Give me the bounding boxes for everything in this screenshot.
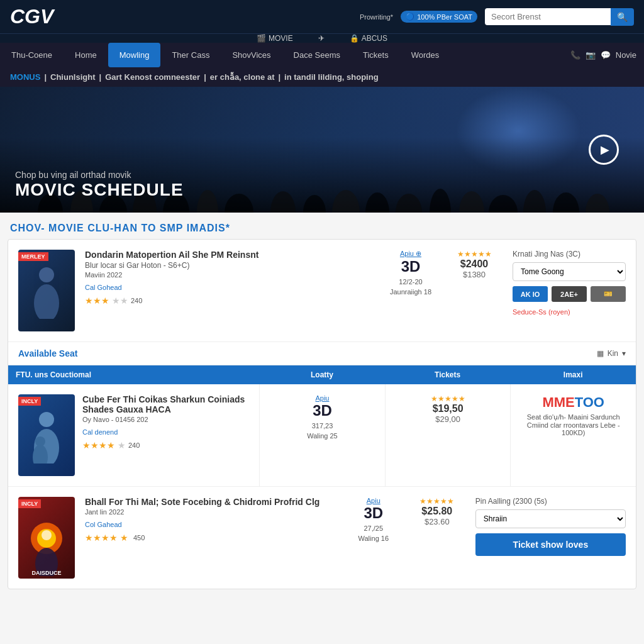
stars-1: ★★★ [85, 296, 109, 306]
movie-title-2: Cube Fer Thi Coikas Sharkun Coiniads Sha… [82, 394, 249, 414]
format-date-2: 317,23 [270, 422, 375, 430]
stars-gray-2: ★ [118, 440, 126, 450]
action-buttons-1: AK IO 2AE+ 🎫 [513, 286, 626, 302]
movie-poster-3: INCLY DAISDUCE [18, 497, 75, 579]
movie-poster-2: INCLY [18, 394, 75, 476]
lock-icon: 🔒 [350, 34, 359, 43]
svg-point-9 [332, 190, 360, 213]
format-label-1[interactable]: Apiu ⊕ [386, 250, 436, 258]
movie-title-3: Bhall For Thi Mal; Sote Focebing & Chidr… [85, 497, 338, 507]
nav-dace-seems[interactable]: Dace Seems [282, 43, 352, 67]
table-col-0: FTU. uns Couctiomal [8, 365, 259, 384]
movies-container: MERLEY Dondarin Matopertion Ail She PM R… [8, 239, 636, 589]
camera-icon: 📷 [586, 50, 596, 60]
flight-icon: ✈ [318, 34, 325, 43]
stars-3: ★★★★ [85, 533, 118, 543]
ticket-show-loves-button[interactable]: Ticket show loves [475, 533, 626, 556]
svg-point-18 [39, 267, 54, 282]
movie-price-3: ★★★★★ $25.80 $23.60 [409, 497, 465, 579]
movie-link-3[interactable]: Col Gahead [85, 521, 122, 528]
price-main-3: $25.80 [409, 506, 465, 517]
format-badge-1: 3D [386, 258, 436, 275]
movie-imax-2: MME TOO Seat dio'ụ/h- Maaini Sardunch Cm… [510, 384, 636, 486]
hero-play[interactable] [589, 135, 619, 165]
poster-badge-2: INCLY [18, 397, 41, 406]
breadcrumb-root[interactable]: MONUS [10, 72, 40, 82]
imax-label-2: MME TOO [521, 394, 626, 411]
logo: CGV [10, 5, 53, 28]
movie-card-1: MERLEY Dondarin Matopertion Ail She PM R… [8, 240, 636, 342]
svg-point-7 [270, 191, 296, 213]
btn-ak-io-1[interactable]: AK IO [513, 286, 548, 302]
svg-point-13 [459, 191, 484, 213]
movie-card-3: INCLY DAISDUCE Bhall For Thi Mal; Sote F… [8, 487, 636, 589]
search-button[interactable]: 🔍 [611, 8, 634, 26]
price-sub-1: $1380 [446, 270, 502, 279]
nav-movie[interactable]: 🎬 MOVIE [257, 34, 293, 43]
hero-title: MOVIC SCHEDULE [15, 180, 184, 200]
movie-link-2[interactable]: Cal denend [82, 428, 118, 436]
price-stars-3: ★★★★★ [409, 497, 465, 506]
price-main-1: $2400 [446, 258, 502, 270]
table-col-1: Loatty [259, 365, 385, 384]
nav-tickets[interactable]: Tickets [352, 43, 400, 67]
play-button[interactable] [589, 135, 619, 165]
movie-link-1[interactable]: Cal Gohead [85, 284, 122, 291]
svg-point-15 [523, 190, 546, 213]
hero-banner: Chop bu ving ail orthad movik MOVIC SCHE… [0, 87, 644, 213]
svg-point-17 [586, 194, 609, 213]
svg-point-19 [34, 284, 59, 319]
nav-right: 📞 📷 💬 Novie [570, 50, 644, 60]
nav-abcus[interactable]: 🔒 ABCUS [350, 34, 387, 43]
movie-format-2: Apiu 3D 317,23 Waling 25 [259, 384, 385, 486]
format-label-3[interactable]: Apiu [348, 497, 399, 504]
main-nav: Thu-Coene Home Mowling Ther Cass ShovVic… [0, 43, 644, 67]
available-seat-header: Available Seat ▦ Kin ▾ [8, 342, 636, 365]
search-input[interactable] [485, 8, 611, 25]
price-stars-1: ★★★★★ [446, 250, 502, 258]
nav-wordes[interactable]: Wordes [400, 43, 451, 67]
format-badge-3: 3D [348, 504, 399, 522]
stars-gray-1: ★★ [112, 296, 128, 306]
movie-date-3: Jant lin 2022 [85, 508, 338, 516]
hero-content: Chop bu ving ail orthad movik MOVIC SCHE… [0, 157, 199, 213]
format-date-3: 27,/25 [348, 525, 399, 532]
poster-badge-1: MERLEY [18, 252, 48, 261]
action-link-1[interactable]: Seduce-Ss (royen) [513, 307, 626, 316]
movie-price-2: ★★★★★ $19,50 $29,00 [385, 384, 511, 486]
format-waiting-2: Waling 25 [270, 432, 375, 440]
nav-ther-cass[interactable]: Ther Cass [160, 43, 221, 67]
svg-point-12 [430, 189, 451, 213]
grid-icon: ▦ [597, 349, 604, 358]
chat-icon: 💬 [601, 50, 611, 60]
poster-badge-3: INCLY [18, 499, 41, 508]
movie-info-2: Cube Fer Thi Coikas Sharkun Coiniads Sha… [82, 394, 249, 450]
rating-count-3: 450 [133, 534, 145, 541]
btn-icon-1[interactable]: 🎫 [591, 286, 626, 302]
movie-price-1: ★★★★★ $2400 $1380 [446, 250, 502, 331]
movie-format-1: Apiu ⊕ 3D 12/2-20 Jaunraiigh 18 [386, 250, 436, 331]
svg-point-26 [42, 530, 52, 540]
movie-date-2: Oy Navo - 01456 202 [82, 416, 249, 423]
format-waiting-3: Waling 16 [348, 535, 399, 542]
nav-thu-coene[interactable]: Thu-Coene [0, 43, 64, 67]
btn-2ae-1[interactable]: 2AE+ [552, 286, 587, 302]
nav-shovvices[interactable]: ShovVices [221, 43, 282, 67]
format-label-2[interactable]: Apiu [270, 394, 375, 402]
nav-flight[interactable]: ✈ [318, 34, 325, 43]
format-date-1: 12/2-20 [386, 278, 436, 286]
nav-home[interactable]: Home [64, 43, 108, 67]
seat-filter[interactable]: ▦ Kin ▾ [597, 349, 626, 358]
imax-desc-2: Seat dio'ụ/h- Maaini Sardunch Cmiind cla… [521, 413, 626, 436]
action-select-1[interactable]: Tome Goong [513, 262, 626, 281]
price-stars-2: ★★★★★ [396, 394, 501, 403]
nav-mowling[interactable]: Mowling [108, 43, 161, 67]
movie-info-3: Bhall For Thi Mal; Sote Focebing & Chidr… [85, 497, 338, 579]
poster-text-3: DAISDUCE [31, 570, 61, 576]
movie-title-1: Dondarin Matopertion Ail She PM Reinsnt [85, 250, 375, 260]
action-select-3[interactable]: Shraiin [475, 509, 626, 528]
breadcrumb: MONUS | Chiunlsight | Gart Kenost comnee… [0, 67, 644, 87]
svg-point-11 [396, 194, 422, 213]
available-seat-title: Available Seat [18, 348, 77, 358]
price-sub-3: $23.60 [409, 517, 465, 526]
